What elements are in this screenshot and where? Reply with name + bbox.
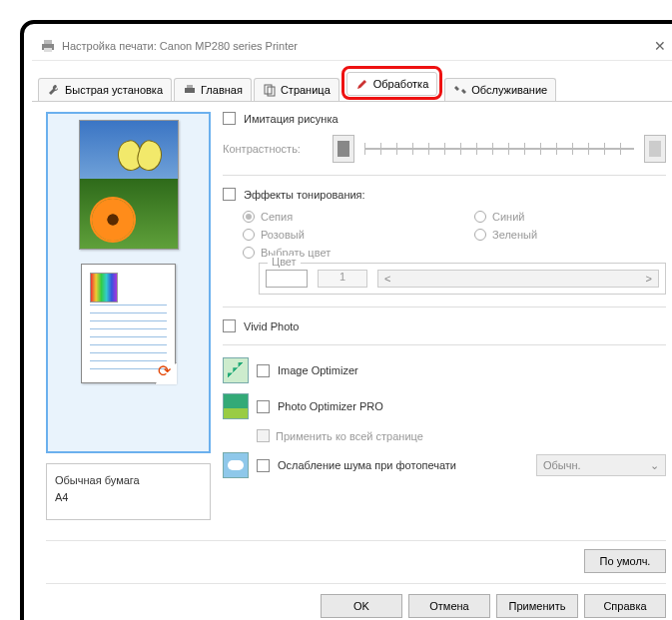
image-optimizer-checkbox[interactable] (257, 364, 270, 377)
tab-bar: Быстрая установка Главная Страница Обраб… (32, 61, 672, 102)
radio-blue: Синий (474, 211, 666, 223)
preview-photo (79, 120, 179, 250)
apply-button[interactable]: Применить (496, 594, 578, 618)
noise-reduction-checkbox[interactable] (257, 459, 270, 472)
image-optimizer-label: Image Optimizer (278, 364, 358, 376)
photo-optimizer-label: Photo Optimizer PRO (278, 400, 383, 412)
svg-rect-1 (44, 40, 52, 44)
tab-maintenance[interactable]: Обслуживание (444, 78, 556, 101)
printer-small-icon (183, 83, 197, 97)
defaults-button[interactable]: По умолч. (584, 549, 666, 573)
chevron-down-icon: ⌄ (650, 459, 659, 472)
svg-rect-2 (44, 48, 52, 52)
tab-label: Обслуживание (471, 84, 547, 96)
titlebar: Настройка печати: Canon MP280 series Pri… (32, 32, 672, 61)
tab-quick-setup[interactable]: Быстрая установка (38, 78, 172, 101)
tab-label: Страница (281, 84, 331, 96)
wrench-icon (47, 83, 61, 97)
image-optimizer-icon (223, 357, 249, 383)
brush-icon (355, 77, 369, 91)
toning-checkbox[interactable] (223, 188, 236, 201)
noise-level-combo: Обычн. ⌄ (536, 454, 666, 476)
svg-rect-3 (185, 88, 195, 93)
color-value-spinner: 1 (318, 270, 367, 288)
print-settings-dialog: Настройка печати: Canon MP280 series Pri… (32, 32, 672, 620)
contrast-max-icon (644, 135, 666, 163)
color-picker-group: Цвет 1 < > (259, 263, 666, 295)
pages-icon (263, 83, 277, 97)
contrast-slider (364, 139, 634, 159)
preview-pane: ⟳ (46, 112, 211, 453)
photo-optimizer-checkbox[interactable] (257, 400, 270, 413)
tab-label: Главная (201, 84, 243, 96)
tab-label: Обработка (373, 78, 428, 90)
cancel-button[interactable]: Отмена (408, 594, 490, 618)
tab-page-setup[interactable]: Страница (254, 78, 339, 101)
color-swatch (266, 270, 308, 288)
reload-arrow-icon: ⟳ (158, 361, 171, 380)
apply-whole-page-label: Применить ко всей странице (276, 430, 423, 442)
ok-button[interactable]: OK (321, 594, 402, 618)
radio-sepia: Сепия (243, 211, 434, 223)
tab-label: Быстрая установка (65, 84, 163, 96)
photo-optimizer-icon (223, 393, 249, 419)
toning-label: Эффекты тонирования: (244, 189, 365, 201)
paper-type-label: Обычная бумага (55, 472, 202, 489)
tab-main[interactable]: Главная (174, 78, 252, 101)
apply-whole-page-checkbox (257, 429, 270, 442)
noise-reduction-label: Ослабление шума при фотопечати (278, 459, 456, 471)
preview-page-layout: ⟳ (81, 264, 176, 383)
printer-icon (40, 38, 56, 54)
noise-reduction-icon (223, 452, 249, 478)
scroll-right-icon: > (646, 273, 652, 285)
contrast-label: Контрастность: (223, 143, 323, 155)
window-title: Настройка печати: Canon MP280 series Pri… (62, 40, 648, 52)
imitation-label: Имитация рисунка (244, 113, 338, 125)
help-button[interactable]: Справка (584, 594, 666, 618)
vivid-photo-label: Vivid Photo (244, 320, 299, 332)
contrast-min-icon (333, 135, 354, 163)
radio-green: Зеленый (474, 229, 666, 241)
paper-info-box: Обычная бумага A4 (46, 463, 211, 520)
paper-size-label: A4 (55, 489, 202, 506)
color-legend: Цвет (268, 256, 301, 268)
scroll-left-icon: < (384, 273, 390, 285)
color-scrollbar: < > (377, 270, 659, 288)
tools-icon (453, 83, 467, 97)
imitation-checkbox[interactable] (223, 112, 236, 125)
radio-pink: Розовый (243, 229, 434, 241)
close-icon[interactable]: ✕ (648, 38, 672, 54)
tab-effects-highlight: Обработка (341, 66, 442, 100)
vivid-photo-checkbox[interactable] (223, 319, 236, 332)
tab-effects[interactable]: Обработка (346, 72, 437, 96)
svg-rect-4 (187, 85, 193, 88)
